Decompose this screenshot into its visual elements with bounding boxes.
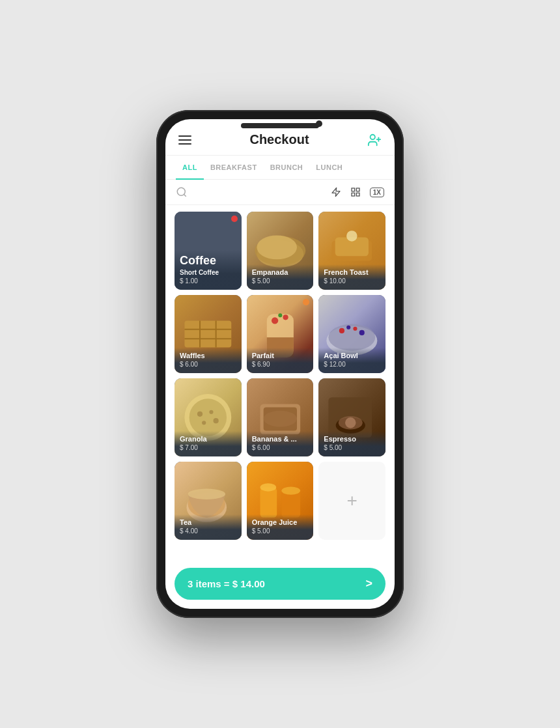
svg-point-37 [202, 421, 206, 425]
granola-overlay: Granola $ 7.00 [175, 431, 242, 456]
waffles-price: $ 6.00 [180, 361, 236, 368]
empanada-name: Empanada [252, 268, 309, 277]
waffles-overlay: Waffles $ 6.00 [175, 348, 242, 373]
menu-grid: Coffee Short Coffee $ 1.00 [175, 212, 385, 540]
tab-breakfast[interactable]: BREAKFAST [204, 156, 264, 179]
coffee-title: Coffee [180, 254, 236, 268]
acai-name: Açai Bowl [324, 352, 380, 360]
svg-point-50 [260, 483, 276, 491]
add-user-button[interactable] [367, 133, 382, 147]
parfait-price: $ 6.90 [252, 361, 309, 368]
empanada-overlay: Empanada $ 5.00 [247, 264, 314, 290]
tab-brunch[interactable]: BRUNCH [264, 156, 310, 179]
svg-point-44 [345, 417, 356, 428]
parfait-name: Parfait [252, 352, 309, 360]
espresso-name: Espresso [324, 435, 380, 443]
coffee-subtitle: Short Coffee [180, 269, 236, 277]
svg-point-36 [214, 418, 219, 423]
svg-point-25 [278, 313, 282, 317]
french-toast-overlay: French Toast $ 10.00 [318, 264, 385, 290]
tea-price: $ 4.00 [180, 527, 236, 535]
menu-item-waffles[interactable]: Waffles $ 6.00 [175, 295, 242, 373]
oj-price: $ 5.00 [252, 527, 309, 535]
svg-point-34 [197, 412, 203, 417]
phone-screen: Checkout ALL BREAKFAST BRUNCH LUNCH [165, 119, 395, 609]
svg-rect-6 [352, 188, 355, 191]
search-icon [176, 186, 188, 198]
toolbar-actions: 1X [331, 187, 384, 197]
checkout-bar[interactable]: 3 items = $ 14.00 > [175, 568, 385, 600]
menu-item-granola[interactable]: Granola $ 7.00 [175, 378, 242, 456]
tea-name: Tea [180, 518, 236, 527]
waffles-name: Waffles [180, 352, 236, 360]
tea-overlay: Tea $ 4.00 [175, 514, 242, 540]
flash-icon[interactable] [331, 187, 341, 197]
menu-item-espresso[interactable]: Espresso $ 5.00 [318, 378, 385, 456]
menu-item-parfait[interactable]: Parfait $ 6.90 [247, 295, 314, 373]
espresso-overlay: Espresso $ 5.00 [318, 431, 385, 456]
phone-shell: Checkout ALL BREAKFAST BRUNCH LUNCH [156, 110, 404, 618]
menu-button[interactable] [178, 135, 191, 145]
espresso-price: $ 5.00 [324, 444, 380, 451]
svg-point-15 [346, 231, 357, 241]
menu-item-oj[interactable]: Orange Juice $ 5.00 [247, 462, 314, 540]
svg-rect-16 [184, 320, 231, 347]
svg-rect-8 [352, 193, 355, 196]
zoom-badge[interactable]: 1X [370, 188, 384, 197]
svg-rect-48 [260, 487, 277, 517]
acai-price: $ 12.00 [324, 361, 380, 368]
french-toast-price: $ 10.00 [324, 277, 380, 285]
french-toast-name: French Toast [324, 268, 380, 277]
svg-point-12 [257, 235, 297, 259]
svg-rect-9 [356, 193, 359, 196]
tab-all[interactable]: ALL [176, 156, 204, 179]
svg-marker-5 [332, 188, 340, 196]
checkout-label: 3 items = $ 14.00 [188, 578, 265, 589]
empanada-price: $ 5.00 [252, 277, 309, 285]
svg-point-51 [281, 486, 300, 494]
tab-lunch[interactable]: LUNCH [309, 156, 349, 179]
oj-overlay: Orange Juice $ 5.00 [247, 514, 314, 540]
granola-name: Granola [180, 435, 236, 443]
checkout-arrow: > [365, 577, 372, 591]
acai-overlay: Açai Bowl $ 12.00 [318, 348, 385, 373]
bananas-name: Bananas & ... [252, 435, 309, 443]
svg-point-0 [371, 134, 375, 139]
svg-point-3 [177, 188, 185, 195]
menu-item-empanada[interactable]: Empanada $ 5.00 [247, 212, 314, 290]
oj-name: Orange Juice [252, 518, 309, 527]
red-badge [231, 216, 238, 222]
menu-item-tea[interactable]: Tea $ 4.00 [175, 462, 242, 540]
app-header: Checkout [165, 119, 395, 156]
svg-rect-7 [356, 188, 359, 191]
menu-item-acai[interactable]: Açai Bowl $ 12.00 [318, 295, 385, 373]
svg-point-47 [188, 489, 225, 499]
menu-grid-scroll[interactable]: Coffee Short Coffee $ 1.00 [165, 205, 395, 563]
grid-icon[interactable] [350, 187, 361, 197]
parfait-overlay: Parfait $ 6.90 [247, 348, 314, 373]
svg-point-23 [272, 317, 278, 324]
category-tabs: ALL BREAKFAST BRUNCH LUNCH [165, 156, 395, 180]
svg-point-30 [359, 330, 365, 335]
svg-point-27 [329, 324, 376, 351]
coffee-overlay: Coffee Short Coffee $ 1.00 [175, 250, 242, 290]
bananas-price: $ 6.00 [252, 444, 309, 451]
menu-item-coffee[interactable]: Coffee Short Coffee $ 1.00 [175, 212, 242, 290]
granola-price: $ 7.00 [180, 444, 236, 451]
bananas-overlay: Bananas & ... $ 6.00 [247, 431, 314, 456]
coffee-price: $ 1.00 [180, 277, 236, 285]
add-item-button[interactable]: + [318, 462, 385, 540]
svg-line-4 [184, 194, 186, 196]
menu-item-french-toast[interactable]: French Toast $ 10.00 [318, 212, 385, 290]
plus-icon: + [346, 490, 357, 511]
svg-point-24 [283, 315, 288, 320]
svg-point-35 [209, 410, 213, 414]
page-title: Checkout [249, 132, 309, 147]
svg-point-28 [339, 328, 344, 333]
search-area[interactable] [176, 186, 323, 198]
svg-point-29 [354, 327, 357, 331]
toolbar: 1X [165, 180, 395, 205]
menu-item-bananas[interactable]: Bananas & ... $ 6.00 [247, 378, 314, 456]
svg-point-40 [263, 411, 296, 427]
svg-point-31 [346, 326, 350, 329]
